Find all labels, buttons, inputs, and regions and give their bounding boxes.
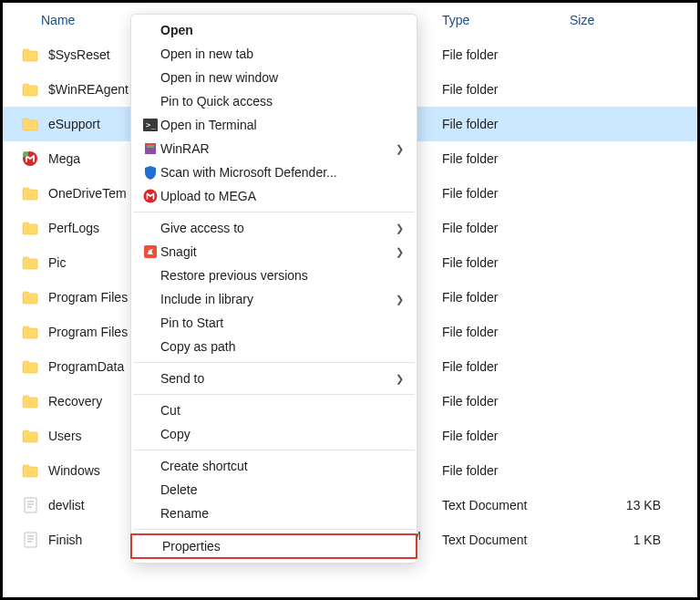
context-menu: OpenOpen in new tabOpen in new windowPin… [130,14,417,564]
menu-item-label: Properties [162,539,403,553]
menu-item-label: Pin to Start [160,316,404,330]
menu-item-send-to[interactable]: Send to❯ [131,367,417,390]
folder-icon [19,118,41,131]
folder-icon [19,256,41,270]
menu-item-label: Cut [160,403,404,418]
folder-icon [19,429,41,443]
menu-item-label: Open in new window [160,70,404,85]
menu-item-properties[interactable]: Properties [130,533,417,559]
folder-icon [19,187,41,201]
menu-item-open-in-new-window[interactable]: Open in new window [131,66,417,89]
menu-item-label: Give access to [160,221,396,235]
winrar-icon [140,141,160,156]
file-type: File folder [442,117,570,131]
menu-item-copy[interactable]: Copy [131,422,417,446]
menu-item-delete[interactable]: Delete [131,478,417,502]
file-type: File folder [442,82,570,97]
menu-item-label: Create shortcut [160,459,404,473]
file-type: File folder [442,325,570,339]
menu-item-pin-to-start[interactable]: Pin to Start [131,311,417,335]
menu-item-restore-previous-versions[interactable]: Restore previous versions [131,264,417,287]
menu-item-label: Scan with Microsoft Defender... [160,165,404,180]
menu-item-cut[interactable]: Cut [131,398,417,422]
folder-icon [19,48,41,62]
mega-folder-icon [19,150,41,167]
file-type: File folder [442,394,570,409]
file-type: File folder [442,429,570,443]
explorer-window: Name Type Size $SysResetFile folder$WinR… [0,0,700,600]
menu-item-label: Open in new tab [160,47,404,61]
column-header-type[interactable]: Type [442,13,570,27]
menu-item-give-access-to[interactable]: Give access to❯ [131,216,417,240]
file-type: File folder [442,151,570,166]
chevron-right-icon: ❯ [396,246,404,258]
folder-icon [19,395,41,409]
text-file-icon [19,532,41,548]
menu-item-scan-with-microsoft-defender[interactable]: Scan with Microsoft Defender... [131,160,417,184]
file-type: File folder [442,359,570,374]
menu-separator [133,450,415,450]
folder-icon [19,222,41,235]
menu-item-winrar[interactable]: WinRAR❯ [131,137,417,160]
menu-separator [133,212,415,212]
terminal-icon: >_ [140,119,160,131]
file-type: File folder [442,47,570,62]
menu-separator [133,394,415,395]
svg-rect-14 [147,145,154,148]
menu-item-label: WinRAR [160,141,396,156]
svg-rect-2 [25,498,36,512]
menu-item-label: Rename [160,506,404,521]
file-type: File folder [442,186,570,201]
menu-item-label: Snagit [160,244,396,259]
menu-item-label: Pin to Quick access [160,94,404,109]
file-type: File folder [442,255,570,270]
menu-item-snagit[interactable]: Snagit❯ [131,240,417,264]
text-file-icon [19,497,41,513]
folder-icon [19,464,41,478]
svg-rect-6 [25,533,36,547]
menu-item-label: Send to [160,371,396,386]
svg-point-1 [23,151,28,157]
menu-item-label: Delete [160,482,404,497]
menu-item-upload-to-mega[interactable]: Upload to MEGA [131,184,417,208]
menu-item-label: Open in Terminal [160,118,404,132]
defender-icon [140,165,160,181]
folder-icon [19,360,41,374]
menu-item-pin-to-quick-access[interactable]: Pin to Quick access [131,89,417,113]
file-type: File folder [442,290,570,305]
menu-item-include-in-library[interactable]: Include in library❯ [131,287,417,311]
file-type: File folder [442,463,570,478]
chevron-right-icon: ❯ [396,373,404,385]
snagit-icon [140,244,160,259]
menu-item-label: Copy [160,427,404,441]
folder-icon [19,326,41,339]
menu-item-open[interactable]: Open [131,18,417,42]
file-type: Text Document [442,498,570,512]
menu-separator [133,362,415,363]
folder-icon [19,83,41,97]
folder-icon [19,291,41,305]
file-size: 1 KB [570,533,697,547]
menu-item-create-shortcut[interactable]: Create shortcut [131,454,417,478]
menu-item-rename[interactable]: Rename [131,502,417,525]
menu-separator [133,529,415,530]
menu-item-label: Open [160,23,404,37]
chevron-right-icon: ❯ [396,294,404,305]
column-header-size[interactable]: Size [570,13,697,27]
file-type: File folder [442,221,570,235]
menu-item-label: Copy as path [160,339,404,354]
menu-item-label: Include in library [160,292,396,306]
chevron-right-icon: ❯ [396,143,404,155]
menu-item-label: Restore previous versions [160,268,404,283]
menu-item-open-in-new-tab[interactable]: Open in new tab [131,42,417,66]
file-size: 13 KB [570,498,697,512]
menu-item-copy-as-path[interactable]: Copy as path [131,335,417,358]
chevron-right-icon: ❯ [396,222,404,234]
menu-item-open-in-terminal[interactable]: >_Open in Terminal [131,113,417,137]
file-type: Text Document [442,533,570,547]
svg-text:>_: >_ [146,120,156,129]
menu-item-label: Upload to MEGA [160,189,404,203]
mega-icon [140,189,160,203]
